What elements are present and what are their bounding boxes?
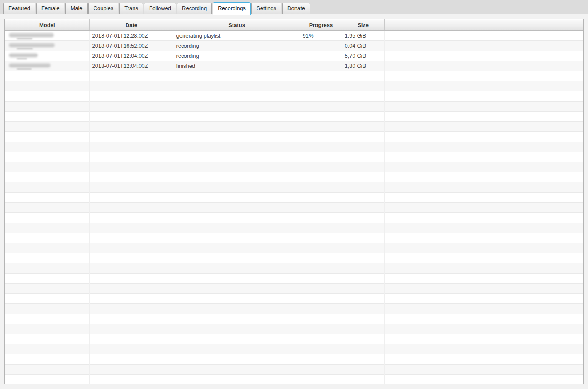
empty-cell [174, 132, 300, 142]
model-name-redacted [8, 43, 89, 50]
empty-row [5, 263, 583, 274]
empty-cell [89, 182, 174, 193]
empty-cell [174, 334, 300, 344]
recording-row[interactable]: 2018-07-01T12:28:00Zgenerating playlist9… [5, 31, 583, 41]
empty-row [5, 91, 583, 102]
empty-cell [342, 233, 384, 243]
empty-cell [5, 132, 89, 142]
empty-cell [174, 365, 300, 375]
progress-cell [300, 41, 342, 51]
empty-cell [342, 304, 384, 314]
empty-cell [174, 172, 300, 182]
spacer-cell [384, 31, 583, 41]
tab-settings[interactable]: Settings [251, 3, 281, 14]
empty-cell [89, 354, 174, 365]
tab-followed[interactable]: Followed [144, 3, 176, 14]
empty-cell [342, 193, 384, 203]
recording-row[interactable]: 2018-07-01T12:04:00Zfinished1,80 GiB [5, 61, 583, 71]
column-header-model[interactable]: Model [5, 20, 89, 31]
empty-cell [5, 304, 89, 314]
tab-recording[interactable]: Recording [177, 3, 212, 14]
empty-cell [89, 365, 174, 375]
empty-cell [384, 334, 583, 344]
model-cell [5, 41, 89, 51]
empty-cell [384, 294, 583, 304]
empty-row [5, 81, 583, 91]
empty-cell [384, 193, 583, 203]
tab-featured[interactable]: Featured [3, 3, 35, 14]
empty-cell [5, 172, 89, 182]
empty-cell [342, 91, 384, 102]
empty-cell [300, 304, 342, 314]
empty-cell [5, 344, 89, 354]
empty-row [5, 253, 583, 263]
empty-row [5, 203, 583, 213]
app-window: FeaturedFemaleMaleCouplesTransFollowedRe… [0, 0, 588, 389]
empty-cell [300, 334, 342, 344]
empty-cell [384, 102, 583, 112]
table-header-row: ModelDateStatusProgressSize [5, 20, 583, 31]
empty-cell [5, 122, 89, 132]
empty-cell [384, 223, 583, 233]
empty-cell [384, 344, 583, 354]
empty-cell [89, 71, 174, 81]
tab-couples[interactable]: Couples [88, 3, 119, 14]
column-header-date[interactable]: Date [89, 20, 174, 31]
empty-cell [342, 324, 384, 334]
empty-cell [300, 354, 342, 365]
empty-row [5, 324, 583, 334]
empty-cell [342, 81, 384, 91]
date-cell: 2018-07-01T12:28:00Z [89, 31, 174, 41]
column-header-size[interactable]: Size [342, 20, 384, 31]
empty-cell [174, 112, 300, 122]
empty-cell [384, 354, 583, 365]
empty-cell [300, 243, 342, 253]
model-name-redacted [8, 32, 89, 40]
empty-cell [5, 365, 89, 375]
empty-cell [384, 213, 583, 223]
empty-cell [300, 193, 342, 203]
empty-cell [89, 243, 174, 253]
empty-cell [89, 172, 174, 182]
recording-row[interactable]: 2018-07-01T12:04:00Zrecording5,70 GiB [5, 51, 583, 61]
status-cell: generating playlist [174, 31, 300, 41]
empty-cell [174, 122, 300, 132]
empty-cell [300, 91, 342, 102]
empty-cell [300, 233, 342, 243]
empty-cell [174, 182, 300, 193]
empty-cell [174, 324, 300, 334]
empty-cell [300, 284, 342, 294]
empty-cell [300, 253, 342, 263]
empty-row [5, 243, 583, 253]
tab-trans[interactable]: Trans [119, 3, 143, 14]
tab-female[interactable]: Female [36, 3, 64, 14]
empty-cell [5, 263, 89, 274]
empty-cell [5, 274, 89, 284]
empty-row [5, 172, 583, 182]
empty-cell [89, 193, 174, 203]
tab-male[interactable]: Male [65, 3, 87, 14]
empty-cell [89, 223, 174, 233]
empty-cell [384, 314, 583, 324]
column-header-progress[interactable]: Progress [300, 20, 342, 31]
empty-cell [174, 304, 300, 314]
tab-bar: FeaturedFemaleMaleCouplesTransFollowedRe… [0, 0, 588, 14]
tab-recordings[interactable]: Recordings [213, 2, 251, 15]
empty-cell [5, 91, 89, 102]
empty-cell [174, 284, 300, 294]
progress-cell [300, 51, 342, 61]
empty-cell [300, 152, 342, 162]
empty-row [5, 162, 583, 172]
empty-cell [300, 132, 342, 142]
column-header-status[interactable]: Status [174, 20, 300, 31]
empty-row [5, 112, 583, 122]
tab-donate[interactable]: Donate [282, 3, 310, 14]
recording-row[interactable]: 2018-07-01T16:52:00Zrecording0,04 GiB [5, 41, 583, 51]
empty-row [5, 182, 583, 193]
date-cell: 2018-07-01T12:04:00Z [89, 61, 174, 71]
empty-row [5, 71, 583, 81]
recordings-table-grid: ModelDateStatusProgressSize 2018-07-01T1… [5, 19, 583, 384]
empty-cell [342, 334, 384, 344]
empty-cell [342, 263, 384, 274]
empty-cell [5, 284, 89, 294]
